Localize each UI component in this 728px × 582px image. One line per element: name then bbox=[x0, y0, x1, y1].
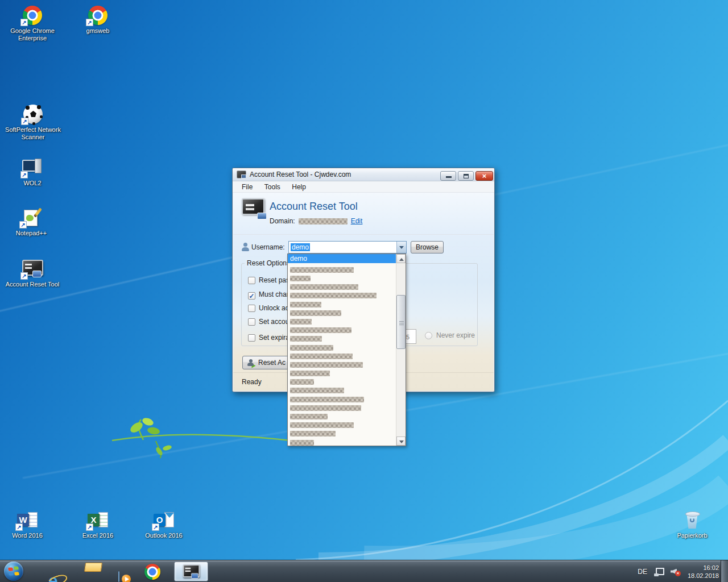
dropdown-item-redacted[interactable] bbox=[288, 418, 406, 427]
desktop-icon-label: Papierkorb bbox=[666, 532, 718, 539]
username-dropdown-list: demo bbox=[287, 253, 406, 446]
dropdown-item-redacted[interactable] bbox=[288, 393, 406, 401]
shortcut-arrow-icon: ↗ bbox=[20, 272, 28, 280]
desktop-icon-label: gmsweb bbox=[72, 27, 124, 35]
reset-button-label: Reset Ac bbox=[258, 359, 286, 367]
desktop-icon-account-reset-tool[interactable]: ↗ Account Reset Tool bbox=[3, 258, 62, 288]
desktop-icon-label: Notepad++ bbox=[5, 230, 57, 237]
desktop-icon-word-2016[interactable]: W↗ Word 2016 bbox=[1, 509, 53, 539]
never-expire-radio[interactable] bbox=[425, 332, 432, 339]
desktop-icon-label: Google Chrome Enterprise bbox=[6, 27, 59, 42]
username-combobox[interactable]: demo bbox=[288, 241, 407, 253]
language-indicator[interactable]: DE bbox=[638, 568, 647, 576]
domain-label: Domain: bbox=[270, 217, 295, 225]
start-button[interactable] bbox=[4, 562, 23, 581]
window-app-icon bbox=[237, 171, 246, 178]
desktop-icon-softperfect-network-scanner[interactable]: ↗ SoftPerfect Network Scanner bbox=[2, 103, 64, 141]
dropdown-item-demo[interactable]: demo bbox=[288, 254, 406, 263]
checkbox-row-must-change[interactable]: ✓Must char bbox=[248, 290, 289, 300]
chrome-icon bbox=[144, 564, 160, 580]
dropdown-item-redacted[interactable] bbox=[288, 323, 406, 332]
desktop-icon-wol2[interactable]: ↗ WOL2 bbox=[6, 157, 59, 187]
edit-domain-link[interactable]: Edit bbox=[351, 217, 363, 225]
header-separator bbox=[233, 234, 494, 235]
checkbox[interactable] bbox=[248, 305, 255, 312]
shortcut-arrow-icon: ↗ bbox=[20, 171, 28, 178]
desktop-icon-recycle-bin[interactable]: Papierkorb bbox=[666, 509, 718, 539]
dropdown-item-redacted[interactable] bbox=[288, 280, 406, 289]
desktop-icon-outlook-2016[interactable]: O↗ Outlook 2016 bbox=[138, 509, 190, 539]
dropdown-scrollbar[interactable] bbox=[396, 254, 406, 446]
desktop-icon-label: Account Reset Tool bbox=[3, 281, 62, 288]
checkbox[interactable] bbox=[248, 334, 255, 342]
clock-date: 18.02.2018 bbox=[688, 572, 719, 580]
combobox-dropdown-button[interactable] bbox=[396, 242, 406, 253]
desktop-icon-google-chrome-enterprise[interactable]: ↗ Google Chrome Enterprise bbox=[6, 5, 59, 42]
scrollbar-thumb[interactable] bbox=[396, 295, 406, 349]
checkbox[interactable]: ✓ bbox=[248, 292, 255, 300]
checkbox-row-reset-password[interactable]: Reset pass bbox=[248, 276, 293, 284]
username-value: demo bbox=[291, 243, 310, 251]
dropdown-item-redacted[interactable] bbox=[288, 350, 406, 358]
show-desktop-button[interactable] bbox=[721, 560, 728, 582]
dropdown-item-redacted[interactable] bbox=[288, 315, 406, 323]
taskbar-media-player[interactable] bbox=[107, 560, 130, 582]
browse-button[interactable]: Browse bbox=[411, 241, 444, 253]
checkbox[interactable] bbox=[248, 277, 255, 284]
taskbar-internet-explorer[interactable]: e bbox=[37, 560, 60, 582]
checkbox-row-unlock-account[interactable]: Unlock ac bbox=[248, 304, 289, 312]
menu-tools[interactable]: Tools bbox=[260, 182, 285, 192]
user-icon bbox=[242, 243, 249, 251]
close-button[interactable]: × bbox=[475, 171, 493, 181]
dropdown-item-redacted[interactable] bbox=[288, 375, 406, 384]
window-titlebar[interactable]: Account Reset Tool - Cjwdev.com × bbox=[233, 168, 494, 181]
checkbox[interactable] bbox=[248, 318, 255, 326]
dropdown-item-redacted[interactable] bbox=[288, 436, 406, 444]
taskbar-windows-explorer[interactable] bbox=[73, 560, 96, 582]
scroll-down-button[interactable] bbox=[396, 436, 406, 446]
desktop-wallpaper: ↗ Google Chrome Enterprise ↗ gmsweb ↗ So… bbox=[0, 0, 728, 582]
minimize-button[interactable] bbox=[440, 171, 456, 181]
username-label: Username: bbox=[251, 243, 285, 251]
window-title: Account Reset Tool - Cjwdev.com bbox=[250, 171, 351, 178]
menu-file[interactable]: File bbox=[237, 182, 257, 192]
checkbox-label: Set accou bbox=[259, 318, 289, 326]
menu-help[interactable]: Help bbox=[287, 182, 311, 192]
taskbar: e DE × 16:02 18.02.2018 bbox=[0, 560, 728, 582]
windows-logo-icon bbox=[8, 567, 19, 576]
taskbar-chrome[interactable] bbox=[141, 560, 164, 582]
taskbar-active-account-reset-tool[interactable] bbox=[174, 562, 208, 581]
desktop-icon-gmsweb[interactable]: ↗ gmsweb bbox=[72, 5, 124, 35]
scroll-up-button[interactable] bbox=[396, 254, 406, 263]
desktop-icon-excel-2016[interactable]: X↗ Excel 2016 bbox=[72, 509, 124, 539]
dropdown-redacted-items bbox=[288, 263, 406, 444]
media-player-icon bbox=[118, 571, 119, 582]
shortcut-arrow-icon: ↗ bbox=[21, 118, 28, 125]
menu-bar: File Tools Help bbox=[233, 181, 494, 193]
dropdown-item-redacted[interactable] bbox=[288, 401, 406, 410]
checkbox-row-set-account[interactable]: Set accou bbox=[248, 318, 289, 326]
desktop-icon-notepad-plus-plus[interactable]: ↗ Notepad++ bbox=[5, 207, 57, 237]
monitor-icon bbox=[183, 564, 200, 579]
shortcut-arrow-icon: ↗ bbox=[15, 523, 23, 531]
shortcut-arrow-icon: ↗ bbox=[152, 523, 159, 531]
dropdown-item-redacted[interactable] bbox=[288, 358, 406, 367]
shortcut-arrow-icon: ↗ bbox=[86, 19, 93, 26]
recycle-bin-icon bbox=[685, 511, 700, 529]
network-tray-icon[interactable] bbox=[654, 567, 664, 576]
clock[interactable]: 16:02 18.02.2018 bbox=[688, 564, 719, 580]
app-logo-icon bbox=[242, 198, 267, 219]
desktop-icon-label: SoftPerfect Network Scanner bbox=[2, 126, 64, 141]
checkbox-row-set-expiration[interactable]: Set expirat bbox=[248, 334, 291, 342]
volume-muted-icon[interactable]: × bbox=[671, 567, 681, 576]
reset-user-icon bbox=[247, 359, 254, 367]
shortcut-arrow-icon: ↗ bbox=[20, 19, 28, 26]
dropdown-item-redacted[interactable] bbox=[288, 263, 406, 272]
status-text: Ready bbox=[242, 378, 262, 386]
shortcut-arrow-icon: ↗ bbox=[86, 523, 93, 531]
dropdown-item-redacted[interactable] bbox=[288, 306, 406, 315]
checkbox-label: Must char bbox=[259, 290, 289, 298]
maximize-button[interactable] bbox=[458, 171, 474, 181]
never-expire-label: Never expire bbox=[436, 331, 475, 339]
desktop-icon-label: Word 2016 bbox=[1, 532, 53, 539]
